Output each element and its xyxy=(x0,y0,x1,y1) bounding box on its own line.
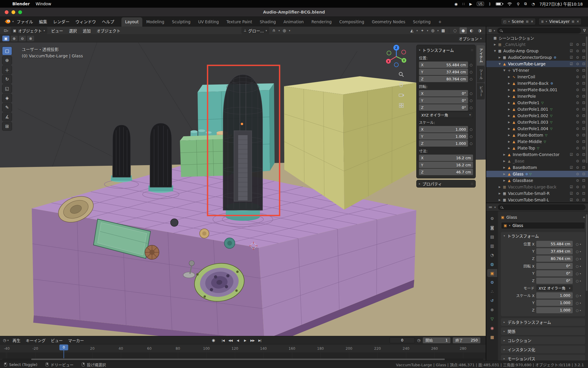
timeline-menu-item[interactable]: ビュー xyxy=(48,336,66,344)
hide-eye-icon[interactable]: ⊙ xyxy=(574,127,581,131)
snap-caret[interactable]: ▾ xyxy=(278,29,280,32)
outliner-row-row-0[interactable]: ▦シーンコレクション xyxy=(486,35,588,41)
disclosure-icon[interactable]: ▶ xyxy=(507,95,511,98)
viewport-menu-item[interactable]: ビュー xyxy=(48,27,66,34)
outliner-search-input[interactable] xyxy=(497,28,581,34)
hide-eye-icon[interactable]: ⊙ xyxy=(574,94,581,98)
disable-render-camera-icon[interactable]: ⊡ xyxy=(581,178,587,183)
properties-tab-tool[interactable]: ⚙ xyxy=(487,214,497,222)
disclosure-icon[interactable]: ▶ xyxy=(497,185,502,188)
next-keyframe-button[interactable]: ▶▶ xyxy=(249,337,256,343)
disclosure-icon[interactable]: ▶ xyxy=(507,121,511,124)
viewport-canvas[interactable]: ▢⊕＋↻◱◈✎∡⊞ ユーザー・透視投影 (0) VaccumTube-Large… xyxy=(0,42,486,336)
viewlayer-selector[interactable]: ≣ ▾ ViewLayer ⊞ ✕ xyxy=(539,18,582,25)
select-mode-new-icon[interactable]: ▣ xyxy=(2,36,9,41)
animate-dot-icon[interactable]: ∙ xyxy=(579,264,582,268)
transform-field-7[interactable]: 1.000 xyxy=(536,292,573,299)
shading-material-button[interactable]: ◐ xyxy=(468,27,475,34)
disable-render-camera-icon[interactable]: ⊡ xyxy=(581,198,587,202)
timeline-scrollbar[interactable] xyxy=(2,359,483,360)
frame-end-field[interactable]: 終了 250 xyxy=(453,337,480,343)
disable-render-camera-icon[interactable]: ⊡ xyxy=(581,165,587,170)
transform-tool[interactable]: ◈ xyxy=(2,94,12,102)
exclude-checkbox[interactable]: ☑ xyxy=(568,49,574,53)
outliner-row-innerbottom-connector[interactable]: ▶▲InnerBottom-Connector☑⊙⊡ xyxy=(486,151,588,158)
unlink-scene-icon[interactable]: ✕ xyxy=(531,20,533,24)
camera-view-icon[interactable] xyxy=(397,91,405,99)
properties-section-1[interactable]: ▸関係 xyxy=(501,327,585,335)
play-button[interactable]: ▶ xyxy=(242,337,248,343)
select-mode-subtract-icon[interactable]: ⊖ xyxy=(19,36,26,41)
zoom-icon[interactable] xyxy=(397,71,405,78)
hide-eye-icon[interactable]: ⊙ xyxy=(574,101,581,105)
topbar-menu-item[interactable]: レンダー xyxy=(50,17,73,26)
cursor-tool[interactable]: ⊕ xyxy=(2,56,12,65)
outliner-row-innerplate-back-001[interactable]: ▶▲InnerPlate-Back.001⊙⊡ xyxy=(486,87,588,93)
lock-icon[interactable]: ○ xyxy=(576,264,579,268)
hide-eye-icon[interactable]: ⊙ xyxy=(574,62,581,66)
hide-eye-icon[interactable]: ⊙ xyxy=(574,159,581,163)
exclude-checkbox[interactable]: ☑ xyxy=(568,185,574,189)
hide-eye-icon[interactable]: ⊙ xyxy=(574,81,581,85)
transform-field-1[interactable]: 37.494 cm xyxy=(536,248,573,254)
workspace-tab-shading[interactable]: Shading xyxy=(256,17,280,26)
transform-field-2[interactable]: 80.764 cm xyxy=(536,256,573,262)
properties-tab-world[interactable]: ◍ xyxy=(487,260,497,268)
transform-field-8[interactable]: 1.000 xyxy=(536,300,573,306)
outliner-row-innerpole[interactable]: ▶▲InnerPole⊙⊡ xyxy=(486,93,588,100)
lock-icon[interactable]: ○ xyxy=(469,106,473,110)
rotate-tool[interactable]: ↻ xyxy=(2,75,12,84)
npanel-rotation-y-field[interactable]: Y0° xyxy=(419,97,468,104)
topbar-menu-item[interactable]: ヘルプ xyxy=(99,17,117,26)
play-icon[interactable]: ▶ xyxy=(469,2,472,6)
npanel-scale-y-field[interactable]: Y1.000 xyxy=(419,133,468,140)
hide-eye-icon[interactable]: ⊙ xyxy=(574,75,581,79)
topbar-menu-item[interactable]: ファイル xyxy=(14,17,36,26)
select-mode-extend-icon[interactable]: ⊕ xyxy=(11,36,18,41)
use-preview-range-icon[interactable]: ◷ xyxy=(417,338,420,342)
disable-render-camera-icon[interactable]: ⊡ xyxy=(581,185,587,189)
workspace-tab-rendering[interactable]: Rendering xyxy=(308,17,335,26)
transform-field-6[interactable]: XYZ オイラー角▾ xyxy=(536,285,573,291)
outliner-row-vt-inner[interactable]: ▼＋VT-Inner⊙⊡ xyxy=(486,67,588,74)
properties-tab-physics[interactable]: ↺ xyxy=(487,296,497,304)
disclosure-icon[interactable]: ▶ xyxy=(507,88,511,91)
outliner-row-innercoil[interactable]: ▶∿InnerCoil⊙⊡ xyxy=(486,74,588,80)
workspace-tab-modeling[interactable]: Modeling xyxy=(142,17,168,26)
overlays-caret[interactable]: ▾ xyxy=(437,29,439,32)
overlays-toggle-icon[interactable]: ◎ xyxy=(429,27,436,34)
disclosure-icon[interactable]: ▶ xyxy=(507,147,511,150)
outliner-scrollbar[interactable] xyxy=(586,37,587,163)
scene-selector[interactable]: ◰ ▾ Scene ⊞ ✕ xyxy=(501,18,536,25)
topbar-menu-item[interactable]: ウィンドウ xyxy=(73,17,99,26)
lock-icon[interactable]: ○ xyxy=(576,257,579,261)
npanel-dimensions-x-field[interactable]: X16.2 cm xyxy=(419,155,473,161)
outliner-row-vaccumtube-large[interactable]: ▼▲VaccumTube-Large☑⊙⊡ xyxy=(486,61,588,67)
viewport-menu-item[interactable]: 選択 xyxy=(66,27,80,34)
workspace-tab-scripting[interactable]: Scripting xyxy=(409,17,435,26)
transform-field-9[interactable]: 1.000 xyxy=(536,307,573,313)
properties-section-2[interactable]: ▸コレクション xyxy=(501,336,585,344)
timeline-menu-item[interactable]: キーイング xyxy=(23,336,48,344)
outliner-row-plate-middle[interactable]: ▶▲Plate-Middle▽⊙⊡ xyxy=(486,138,588,145)
outliner-row-glass[interactable]: ▶▲Glass⚙▽⊙⊡ xyxy=(486,171,588,177)
properties-section-3[interactable]: ▸インスタンス化 xyxy=(501,346,585,353)
sidebar-tab-item[interactable]: ビュー xyxy=(477,83,485,100)
hide-eye-icon[interactable]: ⊙ xyxy=(574,114,581,118)
gizmo-negative-z-handle[interactable] xyxy=(394,63,398,67)
hide-eye-icon[interactable]: ⊙ xyxy=(574,140,581,144)
workspace-tab-animation[interactable]: Animation xyxy=(280,17,308,26)
disclosure-icon[interactable]: ▶ xyxy=(502,166,507,169)
npanel-rotation-z-field[interactable]: Z0° xyxy=(419,104,468,111)
circle-icon[interactable]: ◉ xyxy=(455,2,458,6)
lock-icon[interactable]: ○ xyxy=(576,294,579,297)
lock-icon[interactable]: ○ xyxy=(576,250,579,253)
gizmo-negative-y-handle[interactable] xyxy=(387,51,391,55)
grid-icon[interactable]: ∷ xyxy=(462,2,465,6)
shading-solid-button[interactable]: ● xyxy=(460,27,467,34)
disclosure-icon[interactable]: ▶ xyxy=(507,127,511,130)
lock-icon[interactable]: ○ xyxy=(469,142,473,145)
proportional-editing-icon[interactable]: ◎ xyxy=(281,27,288,34)
transform-orientation-selector[interactable]: ⊥ グロー... ▾ xyxy=(241,27,270,34)
npanel-dimensions-y-field[interactable]: Y16.2 cm xyxy=(419,162,473,168)
